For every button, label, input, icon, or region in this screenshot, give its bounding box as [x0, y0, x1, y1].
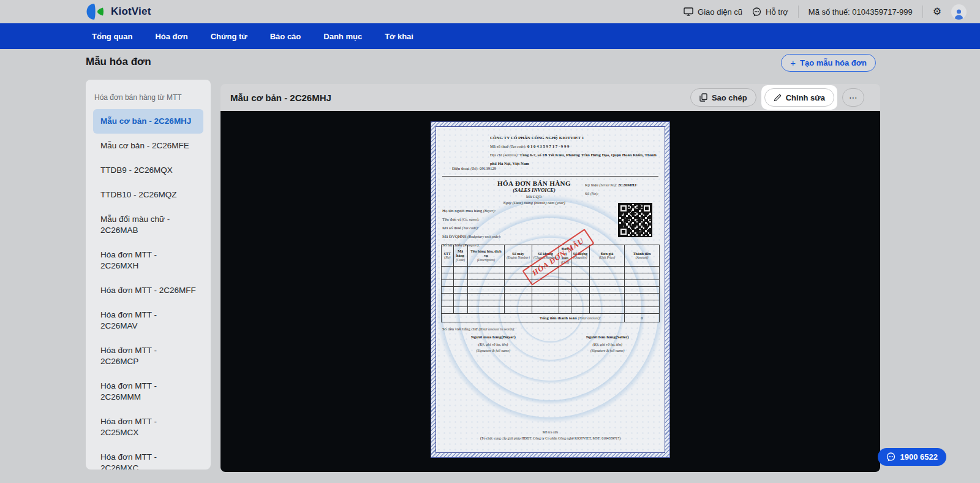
copy-button-label: Sao chép: [712, 93, 747, 102]
sidebar-item-template[interactable]: Mẫu đổi màu chữ - 2C26MAB: [93, 207, 203, 243]
hotline-chat-icon: [886, 452, 895, 462]
invoice-lookup-label: Mã tra cứu: [436, 430, 665, 434]
edit-button[interactable]: Chỉnh sửa: [764, 88, 834, 107]
edit-button-spotlight: Chỉnh sửa: [761, 85, 837, 110]
kiotviet-logo-icon: [86, 3, 107, 20]
invoice-tax-line: Mã số thuế (Tax code): 0 1 0 4 3 5 9 7 1…: [490, 142, 660, 151]
nav-chung-tu[interactable]: Chứng từ: [211, 32, 247, 41]
sidebar-item-template[interactable]: Mẫu cơ bản - 2C26MFE: [93, 134, 203, 158]
preview-header: Mẫu cơ bản - 2C26MHJ Sao chép Chỉnh sửa …: [221, 84, 880, 111]
invoice-subtitle: (SALES INVOICE): [473, 187, 595, 193]
invoice-amount-in-words: Số tiền viết bằng chữ (Total amount in w…: [442, 327, 515, 331]
sidebar-group-title: Hóa đơn bán hàng từ MTT: [94, 93, 203, 102]
nav-hoa-don[interactable]: Hóa đơn: [155, 32, 187, 41]
sidebar-item-template[interactable]: Hóa đơn MTT - 2C26MFF: [93, 278, 203, 303]
chat-bubble-icon: [752, 7, 761, 17]
invoice-table-empty-row: [442, 307, 660, 314]
support-link[interactable]: Hỗ trợ: [752, 7, 788, 17]
create-template-button[interactable]: + Tạo mẫu hóa đơn: [781, 54, 876, 72]
buyer-field: Mã ĐVQHNS (Budgetary unit code):: [442, 232, 501, 241]
divider: [798, 6, 799, 18]
main-nav: Tổng quan Hóa đơn Chứng từ Báo cáo Danh …: [0, 23, 980, 49]
invoice-table-empty-row: [442, 273, 660, 280]
top-header: KiotViet Giao diện cũ Hỗ trợ Mã số thuế:…: [0, 0, 980, 23]
invoice-table-empty-row: [442, 300, 660, 307]
buyer-field: Họ tên người mua hàng (Buyer):: [442, 207, 501, 215]
page-title: Mẫu hóa đơn: [86, 56, 151, 68]
old-ui-label: Giao diện cũ: [698, 7, 742, 17]
invoice-total-value: 0: [625, 314, 660, 322]
topbar-right: Giao diện cũ Hỗ trợ Mã số thuế: 01043597…: [684, 4, 967, 20]
invoice-document: CÔNG TY CỔ PHẦN CÔNG NGHỆ KIOTVIET 1 Mã …: [431, 121, 670, 458]
preview-actions: Sao chép Chỉnh sửa ⋯: [690, 85, 864, 110]
sidebar-item-template[interactable]: Mẫu cơ bản - 2C26MHJ: [93, 109, 203, 134]
pencil-icon: [774, 94, 782, 102]
sidebar-item-template[interactable]: Hóa đơn MTT - 2C26MAV: [93, 303, 203, 338]
sidebar-item-template[interactable]: TTDB9 - 2C26MQX: [93, 158, 203, 183]
template-sidebar: Hóa đơn bán hàng từ MTT Mẫu cơ bản - 2C2…: [86, 80, 211, 470]
brand-name: KiotViet: [111, 6, 151, 18]
hotline-button[interactable]: 1900 6522: [878, 448, 946, 466]
invoice-company-name: CÔNG TY CỔ PHẦN CÔNG NGHỆ KIOTVIET 1: [490, 134, 660, 142]
monitor-icon: [684, 7, 693, 16]
tax-code-text: Mã số thuế: 0104359717-999: [809, 7, 913, 17]
qr-finder: [643, 204, 651, 213]
invoice-number: Số (No):: [585, 189, 656, 198]
buyer-field: Tên đơn vị (Co. name):: [442, 215, 501, 224]
qr-code: [618, 203, 652, 237]
buyer-field: Mã số thuế (Tax code):: [442, 224, 501, 232]
plus-icon: +: [790, 58, 796, 67]
avatar[interactable]: [951, 4, 967, 20]
nav-to-khai[interactable]: Tờ khai: [385, 32, 413, 41]
sidebar-item-template[interactable]: Hóa đơn MTT - 2C26MMM: [93, 374, 203, 409]
invoice-phone-line: Điện thoại (Tel): 09139129: [452, 166, 496, 170]
divider: [922, 6, 923, 18]
qr-finder: [619, 204, 628, 213]
nav-tong-quan[interactable]: Tổng quan: [92, 32, 132, 41]
support-label: Hỗ trợ: [766, 7, 788, 17]
sidebar-item-template[interactable]: Hóa đơn MTT - 2C26MXC: [93, 445, 203, 470]
invoice-date-line: Ngày (Date) tháng (month) năm (year): [473, 200, 595, 205]
old-ui-link[interactable]: Giao diện cũ: [684, 7, 742, 17]
invoice-serial: Ký hiệu (Serial No): 2C26MHJ: [585, 181, 656, 189]
invoice-title: HÓA ĐƠN BÁN HÀNG: [473, 180, 595, 187]
qr-finder: [619, 227, 628, 236]
create-template-label: Tạo mẫu hóa đơn: [800, 58, 867, 67]
invoice-preview-canvas: CÔNG TY CỔ PHẦN CÔNG NGHỆ KIOTVIET 1 Mã …: [221, 111, 880, 472]
sidebar-item-template[interactable]: Hóa đơn MTT - 2C25MCX: [93, 409, 203, 445]
sidebar-item-template[interactable]: TTDB10 - 2C26MQZ: [93, 183, 203, 207]
invoice-frame: CÔNG TY CỔ PHẦN CÔNG NGHỆ KIOTVIET 1 Mã …: [435, 126, 665, 453]
gear-icon[interactable]: ⚙: [933, 7, 941, 17]
invoice-provider-line: (Tổ chức cung cấp giải pháp HĐĐT: Công t…: [436, 436, 665, 440]
invoice-divider: [442, 176, 658, 177]
nav-danh-muc[interactable]: Danh mục: [323, 32, 362, 41]
hotline-number: 1900 6522: [900, 452, 938, 462]
edit-button-label: Chỉnh sửa: [786, 93, 825, 102]
sidebar-item-template[interactable]: Hóa đơn MTT - 2C26MXH: [93, 243, 203, 278]
invoice-address-line: Địa chỉ (Address): Tầng 6-7, số 1B Yết K…: [490, 151, 660, 167]
seller-signature-block: Người bán hàng(Seller) (Ký, ghi rõ họ, t…: [551, 334, 665, 354]
invoice-table-empty-row: [442, 287, 660, 294]
sidebar-item-template[interactable]: Hóa đơn MTT - 2C26MCP: [93, 338, 203, 374]
buyer-signature-block: Người mua hàng(Buyer) (Ký, ghi rõ họ, tê…: [436, 334, 551, 354]
template-preview-panel: Mẫu cơ bản - 2C26MHJ Sao chép Chỉnh sửa …: [221, 84, 880, 472]
invoice-table-empty-row: [442, 294, 660, 300]
nav-bao-cao[interactable]: Báo cáo: [270, 32, 301, 41]
copy-icon: [699, 93, 707, 102]
invoice-company-block: CÔNG TY CỔ PHẦN CÔNG NGHỆ KIOTVIET 1 Mã …: [490, 134, 660, 167]
invoice-title-block: HÓA ĐƠN BÁN HÀNG (SALES INVOICE) Mã CQT:…: [473, 180, 595, 205]
invoice-total-row: Tổng tiền thanh toán (Total amount): 0: [442, 314, 660, 322]
kiotviet-logo[interactable]: KiotViet: [86, 3, 151, 20]
invoice-buyer-block: Họ tên người mua hàng (Buyer): Tên đơn v…: [442, 207, 501, 249]
invoice-table-empty-row: [442, 280, 660, 287]
invoice-serial-block: Ký hiệu (Serial No): 2C26MHJ Số (No):: [585, 181, 656, 198]
copy-button[interactable]: Sao chép: [690, 88, 756, 107]
preview-title: Mẫu cơ bản - 2C26MHJ: [230, 93, 331, 103]
user-icon: [953, 8, 965, 20]
more-options-button[interactable]: ⋯: [842, 88, 864, 107]
invoice-cqt: Mã CQT:: [473, 194, 595, 199]
ellipsis-icon: ⋯: [849, 93, 858, 102]
